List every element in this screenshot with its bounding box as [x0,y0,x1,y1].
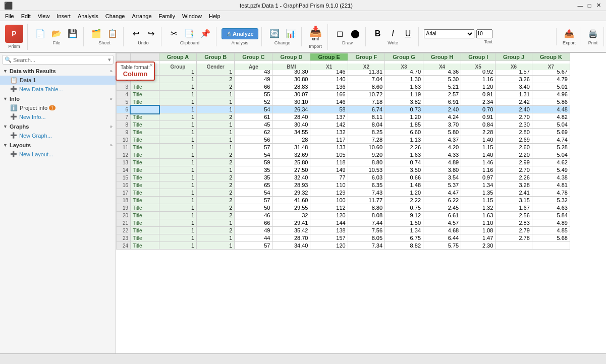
data-cell[interactable]: 2.22 [385,197,423,204]
data-cell[interactable]: 10.53 [348,166,384,174]
data-cell[interactable]: 2.34 [461,98,495,106]
group-e-header[interactable]: Group E [310,53,348,61]
data-cell[interactable]: 3.80 [423,166,461,174]
data-cell[interactable]: 54 [235,189,272,197]
data-cell[interactable]: 8.80 [348,159,384,166]
data-cell[interactable]: 29.41 [272,219,310,227]
data-cell[interactable]: 157 [310,234,348,242]
title-cell[interactable]: Title [131,83,159,91]
data-cell[interactable]: 1 [197,242,235,250]
data-cell[interactable]: 7.43 [348,189,384,197]
data-cell[interactable]: 3.26 [495,76,532,83]
data-cell[interactable]: 0.75 [385,204,423,212]
data-cell[interactable]: 4.82 [532,113,570,121]
menu-window[interactable]: Window [179,12,205,20]
menu-file[interactable]: File [2,12,17,20]
data-cell[interactable]: 1.63 [385,151,423,159]
title-cell[interactable]: Title [131,227,159,234]
data-cell[interactable]: 4.57 [423,219,461,227]
data-cell[interactable]: 2 [197,151,235,159]
data-cell[interactable]: 2.26 [495,174,532,181]
data-cell[interactable]: 28 [272,136,310,144]
data-cell[interactable]: 57 [235,197,272,204]
data-cell[interactable]: 1 [159,212,197,219]
data-cell[interactable]: 4.81 [532,181,570,189]
data-cell[interactable]: 4.89 [532,219,570,227]
data-cell[interactable]: 1 [159,91,197,98]
title-cell[interactable]: Title [131,181,159,189]
data-cell[interactable]: 1 [159,227,197,234]
data-cell[interactable]: 8.60 [348,83,384,91]
minimize-button[interactable]: — [577,2,584,9]
data-cell[interactable]: 58 [310,106,348,113]
data-cell[interactable]: 2.69 [495,136,532,144]
data-cell[interactable]: 2 [197,181,235,189]
data-cell[interactable]: 1 [159,159,197,166]
data-cell[interactable]: 7.04 [348,76,384,83]
data-cell[interactable]: 2.83 [495,219,532,227]
data-cell[interactable]: 32 [272,212,310,219]
data-cell[interactable]: 146 [310,98,348,106]
search-input[interactable] [13,57,108,63]
title-cell[interactable]: Title [131,242,159,250]
data-cell[interactable]: 46 [235,212,272,219]
data-cell[interactable]: 54 [235,151,272,159]
data-cell[interactable]: 138 [310,227,348,234]
menu-arrange[interactable]: Arrange [129,12,154,20]
data-cell[interactable]: 25.80 [272,159,310,166]
data-cell[interactable]: 2 [197,197,235,204]
data-cell[interactable]: 4.33 [423,151,461,159]
title-cell[interactable]: Title [131,144,159,151]
data-cell[interactable]: 8.05 [348,234,384,242]
sidebar-item-data1[interactable]: 📋 Data 1 [0,76,116,85]
data-cell[interactable]: 1.10 [461,219,495,227]
data-cell[interactable]: 4.74 [532,136,570,144]
data-cell[interactable]: 1 [197,166,235,174]
data-cell[interactable]: 5.86 [532,98,570,106]
import-button[interactable]: 📥xml [307,25,324,43]
data-cell[interactable]: 5.30 [423,76,461,83]
data-cell[interactable]: 6.91 [423,98,461,106]
data-cell[interactable]: 1.46 [461,159,495,166]
data-cell[interactable]: 54 [235,106,272,113]
data-cell[interactable]: 1.32 [461,204,495,212]
data-cell[interactable]: 1.34 [461,181,495,189]
draw-btn2[interactable]: ⬤ [348,28,362,39]
data-cell[interactable]: 4.62 [532,159,570,166]
sidebar-item-new-info[interactable]: ➕ New Info... [0,112,116,121]
data-cell[interactable]: 4.79 [532,76,570,83]
menu-help[interactable]: Help [206,12,224,20]
data-cell[interactable]: 0.91 [461,113,495,121]
data-cell[interactable]: 5.21 [423,83,461,91]
data-cell[interactable]: 1 [159,174,197,181]
data-cell[interactable]: 4.24 [423,113,461,121]
group-c-header[interactable]: Group C [235,53,272,61]
data-cell[interactable]: 65 [235,181,272,189]
data-cell[interactable]: 52 [235,98,272,106]
data-cell[interactable]: 1 [159,129,197,136]
data-cell[interactable]: 9.12 [385,212,423,219]
data-cell[interactable]: 59 [235,159,272,166]
data-cell[interactable]: 4.37 [423,136,461,144]
data-cell[interactable]: 0.74 [385,159,423,166]
data-cell[interactable]: 44 [235,234,272,242]
menu-insert[interactable]: Insert [53,12,74,20]
analyze-button[interactable]: 🔬 Analyze [222,28,258,39]
data-cell[interactable]: 7.34 [348,242,384,250]
data-cell[interactable]: 7.44 [348,219,384,227]
data-cell[interactable]: 1 [159,242,197,250]
data-cell[interactable]: 2 [197,174,235,181]
data-cell[interactable]: 3.28 [495,181,532,189]
data-cell[interactable]: 8.08 [348,212,384,219]
data-cell[interactable]: 1.30 [385,76,423,83]
sidebar-item-new-graph[interactable]: ➕ New Graph... [0,131,116,140]
data-cell[interactable]: 166 [310,91,348,98]
search-box[interactable]: 🔍 ▾ [2,55,114,65]
data-cell[interactable]: 29.32 [272,189,310,197]
data-cell[interactable]: 1 [197,144,235,151]
data-cell[interactable]: 1 [197,98,235,106]
title-cell[interactable]: Title [131,189,159,197]
data-cell[interactable]: 7.56 [348,227,384,234]
data-cell[interactable]: 1 [159,76,197,83]
data-cell[interactable]: 112 [310,204,348,212]
